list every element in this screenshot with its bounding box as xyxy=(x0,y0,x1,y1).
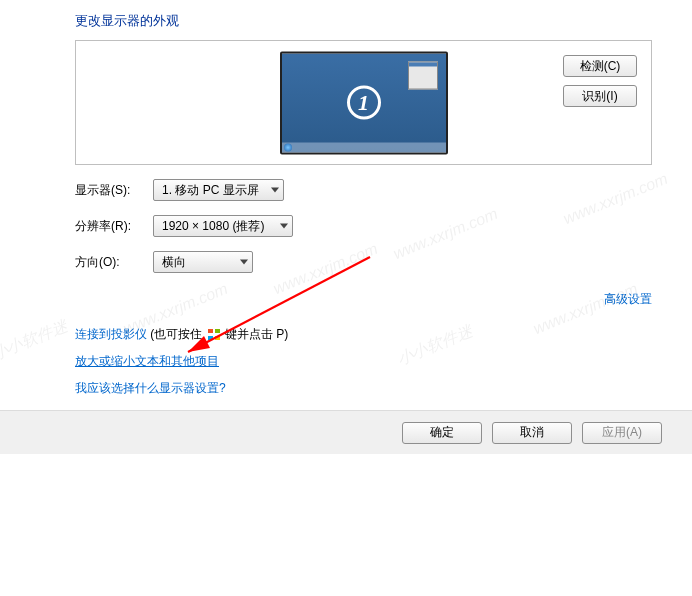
help-link[interactable]: 我应该选择什么显示器设置? xyxy=(75,381,226,395)
orientation-dropdown[interactable]: 横向 xyxy=(153,251,253,273)
start-orb-icon xyxy=(284,143,292,151)
chevron-down-icon xyxy=(240,260,248,265)
dialog-button-bar: 确定 取消 应用(A) xyxy=(0,410,692,454)
apply-button[interactable]: 应用(A) xyxy=(582,422,662,444)
orientation-dropdown-value: 横向 xyxy=(162,254,206,271)
cancel-button[interactable]: 取消 xyxy=(492,422,572,444)
identify-button[interactable]: 识别(I) xyxy=(563,85,637,107)
resolution-label: 分辨率(R): xyxy=(75,218,153,235)
ok-button[interactable]: 确定 xyxy=(402,422,482,444)
display-label: 显示器(S): xyxy=(75,182,153,199)
watermark: 小小软件迷 xyxy=(0,316,71,365)
chevron-down-icon xyxy=(271,188,279,193)
projector-hint-a: (也可按住 xyxy=(147,327,206,341)
page-title: 更改显示器的外观 xyxy=(75,12,652,30)
display-dropdown-value: 1. 移动 PC 显示屏 xyxy=(162,182,279,199)
advanced-settings-link[interactable]: 高级设置 xyxy=(604,292,652,306)
text-size-link[interactable]: 放大或缩小文本和其他项目 xyxy=(75,354,219,368)
projector-hint-b: 键并点击 P) xyxy=(222,327,289,341)
resolution-dropdown[interactable]: 1920 × 1080 (推荐) xyxy=(153,215,293,237)
monitor-thumbnail[interactable]: 1 xyxy=(280,51,448,154)
window-icon xyxy=(408,61,438,89)
chevron-down-icon xyxy=(280,224,288,229)
windows-logo-icon xyxy=(208,329,220,340)
display-dropdown[interactable]: 1. 移动 PC 显示屏 xyxy=(153,179,284,201)
resolution-dropdown-value: 1920 × 1080 (推荐) xyxy=(162,218,284,235)
orientation-label: 方向(O): xyxy=(75,254,153,271)
projector-link[interactable]: 连接到投影仪 xyxy=(75,327,147,341)
monitor-preview-box: 1 检测(C) 识别(I) xyxy=(75,40,652,165)
monitor-number: 1 xyxy=(347,86,381,120)
detect-button[interactable]: 检测(C) xyxy=(563,55,637,77)
taskbar-icon xyxy=(282,142,446,152)
